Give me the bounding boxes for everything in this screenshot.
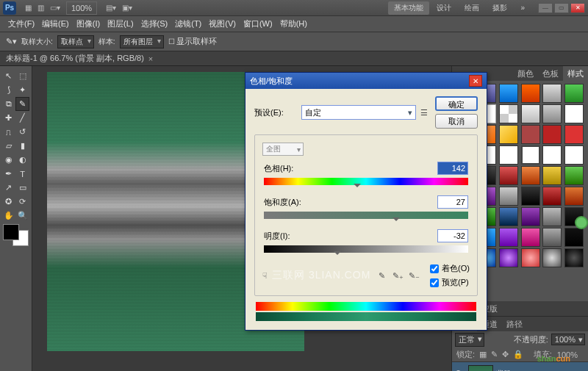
opacity-value[interactable]: 100% — [551, 334, 585, 345]
style-swatch[interactable] — [499, 228, 518, 247]
menu-select[interactable]: 选择(S) — [137, 18, 172, 29]
workspace-photo[interactable]: 摄影 — [487, 1, 513, 15]
lock-all-icon[interactable]: 🔒 — [512, 350, 525, 359]
dialog-close-button[interactable]: ✕ — [469, 75, 482, 87]
workspace-design[interactable]: 设计 — [431, 1, 457, 15]
style-swatch[interactable] — [499, 125, 518, 144]
move-tool[interactable]: ↖ — [1, 69, 15, 83]
menu-layer[interactable]: 图层(L) — [104, 18, 137, 29]
workspace-painting[interactable]: 绘画 — [459, 1, 485, 15]
type-tool[interactable]: T — [15, 167, 29, 181]
style-swatch[interactable] — [564, 145, 584, 165]
preset-menu-icon[interactable]: ☰ — [420, 108, 428, 118]
menu-file[interactable]: 文件(F) — [4, 18, 38, 29]
crop-tool[interactable]: ⧉ — [1, 97, 15, 111]
maximize-button[interactable]: ▭ — [554, 3, 569, 13]
style-swatch[interactable] — [542, 104, 562, 123]
eyedropper-tool[interactable]: ✎ — [15, 97, 29, 111]
lasso-tool[interactable]: ⟆ — [1, 83, 15, 97]
3d-tool[interactable]: ✪ — [1, 195, 15, 209]
ok-button[interactable]: 确定 — [435, 96, 478, 111]
document-tab[interactable]: 未标题-1 @ 66.7% (背景 副本, RGB/8) × — [0, 51, 588, 66]
style-swatch[interactable] — [499, 248, 518, 267]
dodge-tool[interactable]: ◐ — [15, 153, 29, 167]
style-swatch[interactable] — [521, 104, 540, 123]
saturation-input[interactable]: 27 — [437, 195, 468, 209]
style-swatch[interactable] — [542, 187, 562, 206]
close-button[interactable]: ✕ — [570, 3, 585, 13]
style-swatch[interactable] — [499, 104, 518, 123]
style-swatch[interactable] — [521, 125, 540, 144]
style-swatch[interactable] — [542, 125, 562, 144]
screen-mode-icon[interactable]: ▭▾ — [50, 4, 60, 12]
lightness-slider[interactable] — [264, 245, 468, 253]
lock-pos-icon[interactable]: ✥ — [501, 350, 510, 359]
zoom-tool[interactable]: 🔍 — [15, 209, 29, 223]
menu-help[interactable]: 帮助(H) — [276, 18, 311, 29]
blur-tool[interactable]: ◉ — [1, 153, 15, 167]
quick-select-tool[interactable]: ✦ — [15, 83, 29, 97]
gradient-tool[interactable]: ▮ — [15, 139, 29, 153]
shape-tool[interactable]: ▭ — [15, 181, 29, 195]
menu-image[interactable]: 图像(I) — [73, 18, 104, 29]
menu-view[interactable]: 视图(V) — [205, 18, 240, 29]
style-swatch[interactable] — [542, 166, 562, 185]
workspace-more[interactable]: » — [514, 2, 531, 13]
style-swatch[interactable] — [499, 166, 518, 185]
style-swatch[interactable] — [564, 248, 584, 267]
style-swatch[interactable] — [542, 228, 562, 247]
style-swatch[interactable] — [499, 145, 518, 165]
style-swatch[interactable] — [499, 84, 518, 103]
style-swatch[interactable] — [499, 187, 518, 206]
lock-pixels-icon[interactable]: ✎ — [490, 350, 499, 359]
sample-size-dropdown[interactable]: 取样点 — [57, 35, 94, 48]
eraser-tool[interactable]: ▱ — [1, 139, 15, 153]
lightness-input[interactable]: -32 — [437, 229, 468, 242]
history-brush-tool[interactable]: ↺ — [15, 125, 29, 139]
zoom-display[interactable]: 100% — [66, 1, 97, 15]
style-swatch[interactable] — [521, 248, 540, 267]
rotate-tool[interactable]: ⟳ — [15, 195, 29, 209]
style-swatch[interactable] — [564, 166, 584, 185]
hue-input[interactable]: 142 — [437, 162, 468, 175]
eyedropper-add-icon[interactable]: ✎₊ — [392, 270, 404, 281]
tab-paths[interactable]: 路径 — [502, 317, 527, 331]
foreground-color[interactable] — [3, 224, 19, 240]
cancel-button[interactable]: 取消 — [435, 114, 478, 129]
style-swatch[interactable] — [564, 228, 584, 247]
workspace-essentials[interactable]: 基本功能 — [388, 1, 429, 15]
pen-tool[interactable]: ✒ — [1, 167, 15, 181]
close-doc-icon[interactable]: × — [148, 54, 153, 63]
style-swatch[interactable] — [564, 84, 584, 103]
tab-swatches[interactable]: 色板 — [538, 66, 563, 81]
brush-tool[interactable]: ╱ — [15, 111, 29, 125]
style-swatch[interactable] — [542, 145, 562, 165]
menu-window[interactable]: 窗口(W) — [240, 18, 276, 29]
style-swatch[interactable] — [521, 145, 540, 165]
eyedropper-tool-icon[interactable]: ✎▾ — [6, 37, 17, 46]
eyedropper-sub-icon[interactable]: ✎₋ — [408, 270, 420, 281]
layer-thumbnail[interactable] — [468, 365, 493, 371]
path-select-tool[interactable]: ↗ — [1, 181, 15, 195]
hue-slider[interactable] — [264, 178, 468, 185]
colorize-checkbox[interactable]: 着色(O) — [430, 263, 470, 274]
minimize-button[interactable]: — — [538, 3, 553, 13]
sample-layers-dropdown[interactable]: 所有图层 — [120, 35, 164, 48]
preview-checkbox[interactable]: 预览(P) — [430, 277, 470, 288]
color-swatches[interactable] — [3, 224, 29, 246]
marquee-tool[interactable]: ⬚ — [15, 69, 29, 83]
lock-trans-icon[interactable]: ▦ — [478, 350, 488, 359]
preset-dropdown[interactable]: 自定 — [301, 105, 416, 120]
style-swatch[interactable] — [521, 207, 540, 226]
style-swatch[interactable] — [542, 207, 562, 226]
style-swatch[interactable] — [521, 84, 540, 103]
blend-mode-dropdown[interactable]: 正常 — [455, 333, 484, 347]
hand-tool[interactable]: ✋ — [1, 209, 15, 223]
heal-tool[interactable]: ✚ — [1, 111, 15, 125]
screen-icon[interactable]: ▣▾ — [122, 4, 132, 12]
tab-color[interactable]: 颜色 — [513, 66, 538, 81]
edit-range-dropdown[interactable]: 全图 — [262, 143, 304, 156]
style-swatch[interactable] — [542, 84, 562, 103]
style-swatch[interactable] — [521, 228, 540, 247]
menu-edit[interactable]: 编辑(E) — [38, 18, 73, 29]
